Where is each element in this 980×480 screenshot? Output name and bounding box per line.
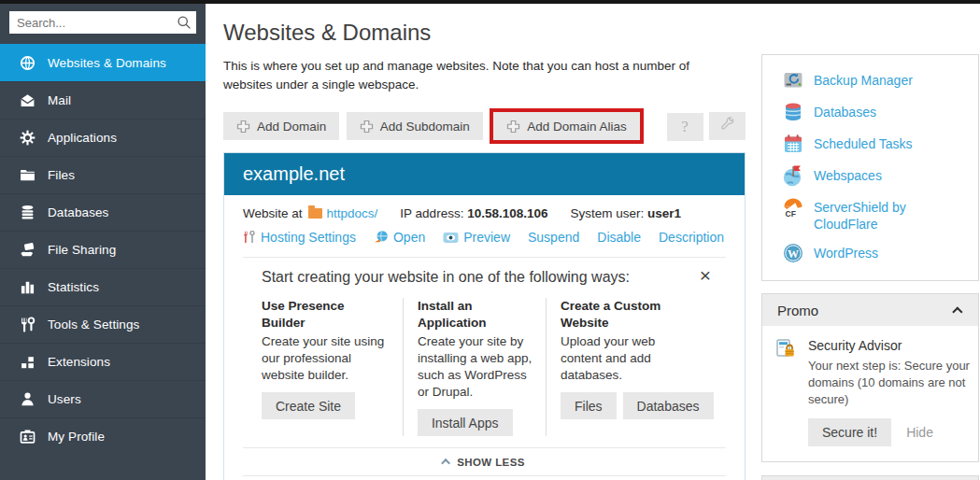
column-heading: Use Presence Builder <box>262 298 390 332</box>
secure-it-button[interactable]: Secure it! <box>808 418 891 446</box>
system-overview-header[interactable]: System Overview <box>762 476 978 480</box>
system-overview-panel: System Overview <box>761 475 979 480</box>
right-sidebar: Backup Manager Databases Scheduled Tasks… <box>761 54 979 480</box>
wordpress-link[interactable]: W WordPress <box>762 237 978 269</box>
getting-started-columns: Use Presence Builder Create your site us… <box>262 298 707 436</box>
right-link-label: WordPress <box>814 242 878 261</box>
promo-panel-header[interactable]: Promo <box>762 294 978 326</box>
system-user-value: user1 <box>647 206 681 220</box>
sidebar-item-applications[interactable]: Applications <box>0 119 206 156</box>
database-icon <box>20 205 36 220</box>
system-user-label: System user: <box>571 206 645 220</box>
search-input[interactable] <box>9 11 196 34</box>
description-link[interactable]: Description <box>659 230 724 245</box>
blocks-icon <box>20 354 36 370</box>
sidebar-item-label: Mail <box>48 93 71 107</box>
sidebar-item-tools-settings[interactable]: Tools & Settings <box>0 305 206 343</box>
wordpress-icon: W <box>782 242 804 264</box>
svg-text:CF: CF <box>786 209 796 219</box>
search-icon[interactable] <box>177 15 192 30</box>
close-icon[interactable]: × <box>700 265 711 285</box>
suspend-link[interactable]: Suspend <box>528 230 579 245</box>
sidebar-item-files[interactable]: Files <box>0 156 206 193</box>
plus-icon <box>360 120 374 134</box>
presence-builder-column: Use Presence Builder Create your site us… <box>262 298 403 436</box>
sidebar-item-databases[interactable]: Databases <box>0 193 206 231</box>
ip-value: 10.58.108.106 <box>467 206 547 220</box>
databases-button[interactable]: Databases <box>623 392 714 419</box>
file-share-icon <box>20 242 36 258</box>
user-icon <box>20 391 36 407</box>
wrench-icon <box>720 117 735 136</box>
collapse-chevron-icon <box>952 306 962 317</box>
show-less-toggle[interactable]: SHOW LESS <box>243 448 726 475</box>
add-domain-alias-button[interactable]: Add Domain Alias <box>493 112 640 140</box>
security-advisor-text: Your next step is: Secure your domains (… <box>808 358 973 408</box>
promo-panel: Promo Security Advisor Your next step is… <box>761 293 979 462</box>
red-highlight-box: Add Domain Alias <box>490 108 644 144</box>
sidebar-item-statistics[interactable]: Statistics <box>0 268 206 305</box>
backup-manager-icon <box>782 69 804 92</box>
databases-link[interactable]: Databases <box>762 96 978 128</box>
website-at-label: Website at <box>243 206 303 220</box>
help-icon: ? <box>681 118 689 136</box>
right-link-label: Scheduled Tasks <box>814 133 913 152</box>
disable-link[interactable]: Disable <box>597 230 641 245</box>
sidebar-item-label: Statistics <box>48 280 99 294</box>
page-title: Websites & Domains <box>223 20 762 46</box>
sidebar-item-label: File Sharing <box>48 243 116 257</box>
open-link[interactable]: Open <box>374 230 425 245</box>
tools-button[interactable] <box>709 112 746 140</box>
install-apps-button[interactable]: Install Apps <box>418 409 513 436</box>
help-button[interactable]: ? <box>667 113 703 141</box>
add-subdomain-button[interactable]: Add Subdomain <box>347 112 483 140</box>
button-label: Add Domain Alias <box>527 120 627 134</box>
sidebar-item-users[interactable]: Users <box>0 380 206 417</box>
sidebar-item-label: Websites & Domains <box>48 56 166 70</box>
install-application-column: Install an Application Create your site … <box>403 298 546 436</box>
bar-chart-icon <box>20 279 36 295</box>
button-label: Add Subdomain <box>380 120 470 134</box>
shortcuts-panel: Backup Manager Databases Scheduled Tasks… <box>761 54 979 281</box>
right-link-label: ServerShield by CloudFlare <box>814 196 967 233</box>
right-link-label: Databases <box>814 101 876 120</box>
gear-icon <box>20 130 36 146</box>
action-label: Suspend <box>528 230 579 245</box>
servershield-link[interactable]: CF ServerShield by CloudFlare <box>762 191 978 237</box>
sidebar-item-my-profile[interactable]: My Profile <box>0 417 206 455</box>
scheduled-tasks-icon <box>782 133 804 155</box>
search-area <box>0 0 206 44</box>
create-site-button[interactable]: Create Site <box>262 392 355 419</box>
sidebar-item-extensions[interactable]: Extensions <box>0 343 206 380</box>
sidebar-item-label: Extensions <box>48 355 110 369</box>
sidebar-item-label: My Profile <box>48 430 105 444</box>
preview-link[interactable]: Preview <box>443 230 510 245</box>
custom-website-column: Create a Custom Website Upload your web … <box>546 298 707 436</box>
action-label: Disable <box>597 230 641 245</box>
sidebar-item-file-sharing[interactable]: File Sharing <box>0 231 206 268</box>
action-label: Description <box>659 230 724 245</box>
docroot-link[interactable]: httpdocs/ <box>327 206 378 220</box>
toolbar: Add Domain Add Subdomain Add Domain Alia… <box>223 108 746 144</box>
security-advisor-block: Security Advisor Your next step is: Secu… <box>762 326 978 461</box>
security-advisor-title: Security Advisor <box>808 338 973 353</box>
files-button[interactable]: Files <box>561 392 617 419</box>
folder-icon <box>20 167 36 183</box>
security-advisor-icon <box>775 338 800 446</box>
sidebar-item-mail[interactable]: Mail <box>0 81 206 119</box>
backup-manager-link[interactable]: Backup Manager <box>762 64 978 96</box>
sidebar-item-websites-domains[interactable]: Websites & Domains <box>0 44 206 81</box>
webspaces-link[interactable]: Webspaces <box>762 160 978 191</box>
hosting-settings-link[interactable]: Hosting Settings <box>243 230 356 245</box>
action-label: Preview <box>463 230 510 245</box>
sidebar-item-label: Users <box>48 392 81 406</box>
open-site-icon <box>374 230 389 245</box>
add-domain-button[interactable]: Add Domain <box>223 112 339 140</box>
column-heading: Create a Custom Website <box>561 298 694 332</box>
scheduled-tasks-link[interactable]: Scheduled Tasks <box>762 128 978 160</box>
globe-icon <box>20 55 36 71</box>
domain-card-header: example.net <box>224 153 745 195</box>
plus-icon <box>236 120 250 134</box>
hide-link[interactable]: Hide <box>906 425 933 440</box>
right-link-label: Webspaces <box>814 164 882 184</box>
